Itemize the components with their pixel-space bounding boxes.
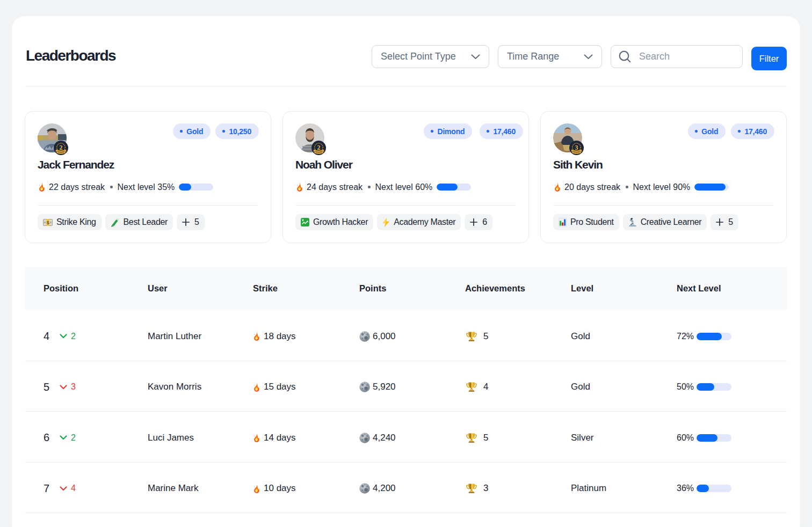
svg-text:2: 2 (60, 144, 63, 151)
svg-text:2: 2 (317, 144, 321, 151)
svg-text:3: 3 (575, 144, 578, 151)
svg-text:$: $ (47, 219, 49, 225)
